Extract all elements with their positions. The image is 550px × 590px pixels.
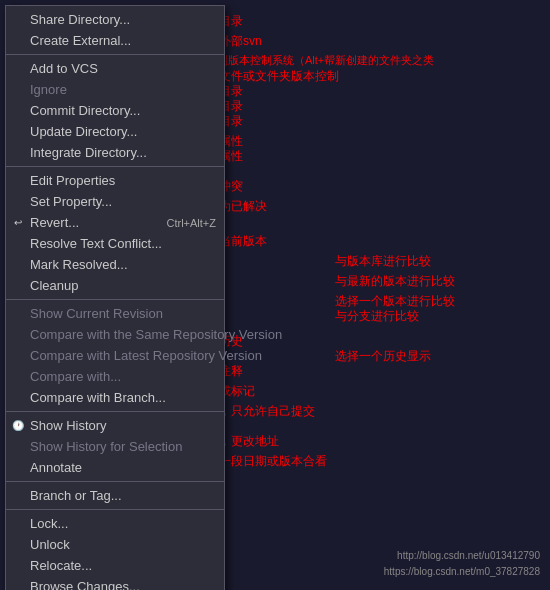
show-history-icon: 🕐 <box>11 420 25 431</box>
resolve-text-conflict-label: Resolve Text Conflict... <box>30 236 162 251</box>
annotate-label: Annotate <box>30 460 82 475</box>
show-history-selection-label: Show History for Selection <box>30 439 182 454</box>
menu-item-set-property[interactable]: Set Property... <box>6 191 224 212</box>
share-directory-label: Share Directory... <box>30 12 130 27</box>
menu-item-compare-latest: Compare with Latest Repository Version <box>6 345 224 366</box>
annotation-compare-latest: 与最新的版本进行比较 <box>335 273 455 290</box>
menu-item-annotate[interactable]: Annotate <box>6 457 224 478</box>
menu-item-add-to-vcs[interactable]: Add to VCS <box>6 58 224 79</box>
annotation-history-sel: 选择一个历史显示 <box>335 348 431 365</box>
menu-item-compare-with: Compare with... <box>6 366 224 387</box>
annotation-compare-with: 选择一个版本进行比较 <box>335 293 455 310</box>
menu-item-unlock[interactable]: Unlock <box>6 534 224 555</box>
context-menu: Share Directory... Create External... Ad… <box>5 5 225 590</box>
update-directory-label: Update Directory... <box>30 124 137 139</box>
menu-item-cleanup[interactable]: Cleanup <box>6 275 224 296</box>
branch-or-tag-label: Branch or Tag... <box>30 488 122 503</box>
separator-2 <box>6 166 224 167</box>
compare-same-repo-label: Compare with the Same Repository Version <box>30 327 282 342</box>
watermark-line2: https://blog.csdn.net/m0_37827828 <box>384 564 540 580</box>
menu-item-integrate-directory[interactable]: Integrate Directory... <box>6 142 224 163</box>
compare-with-branch-label: Compare with Branch... <box>30 390 166 405</box>
menu-item-show-history-selection: Show History for Selection <box>6 436 224 457</box>
menu-item-mark-resolved[interactable]: Mark Resolved... <box>6 254 224 275</box>
annotation-add-vcs: 添加到版本控制系统（Alt+帮新创建的文件夹之类 <box>195 53 434 68</box>
annotation-compare-same: 与版本库进行比较 <box>335 253 431 270</box>
edit-properties-label: Edit Properties <box>30 173 115 188</box>
menu-item-browse-changes[interactable]: Browse Changes... <box>6 576 224 590</box>
menu-item-relocate[interactable]: Relocate... <box>6 555 224 576</box>
lock-label: Lock... <box>30 516 68 531</box>
menu-item-compare-with-branch[interactable]: Compare with Branch... <box>6 387 224 408</box>
compare-with-label: Compare with... <box>30 369 121 384</box>
watermark: http://blog.csdn.net/u013412790 https://… <box>384 548 540 580</box>
cleanup-label: Cleanup <box>30 278 78 293</box>
separator-5 <box>6 481 224 482</box>
menu-item-show-history[interactable]: 🕐 Show History <box>6 415 224 436</box>
separator-3 <box>6 299 224 300</box>
menu-item-share-directory[interactable]: Share Directory... <box>6 9 224 30</box>
show-history-label: Show History <box>30 418 107 433</box>
menu-item-lock[interactable]: Lock... <box>6 513 224 534</box>
menu-item-ignore: Ignore <box>6 79 224 100</box>
set-property-label: Set Property... <box>30 194 112 209</box>
mark-resolved-label: Mark Resolved... <box>30 257 128 272</box>
menu-item-edit-properties[interactable]: Edit Properties <box>6 170 224 191</box>
menu-item-branch-or-tag[interactable]: Branch or Tag... <box>6 485 224 506</box>
menu-item-show-current-revision: Show Current Revision <box>6 303 224 324</box>
annotation-compare-branch: 与分支进行比较 <box>335 308 419 325</box>
menu-item-compare-same-repo: Compare with the Same Repository Version <box>6 324 224 345</box>
compare-latest-label: Compare with Latest Repository Version <box>30 348 262 363</box>
commit-directory-label: Commit Directory... <box>30 103 140 118</box>
create-external-label: Create External... <box>30 33 131 48</box>
menu-item-revert[interactable]: ↩ Revert... Ctrl+Alt+Z <box>6 212 224 233</box>
separator-1 <box>6 54 224 55</box>
integrate-directory-label: Integrate Directory... <box>30 145 147 160</box>
separator-6 <box>6 509 224 510</box>
menu-item-commit-directory[interactable]: Commit Directory... <box>6 100 224 121</box>
revert-shortcut: Ctrl+Alt+Z <box>166 217 216 229</box>
watermark-line1: http://blog.csdn.net/u013412790 <box>384 548 540 564</box>
revert-icon: ↩ <box>11 217 25 228</box>
show-current-revision-label: Show Current Revision <box>30 306 163 321</box>
menu-item-update-directory[interactable]: Update Directory... <box>6 121 224 142</box>
add-to-vcs-label: Add to VCS <box>30 61 98 76</box>
ignore-label: Ignore <box>30 82 67 97</box>
browse-changes-label: Browse Changes... <box>30 579 140 590</box>
separator-4 <box>6 411 224 412</box>
menu-item-resolve-text-conflict[interactable]: Resolve Text Conflict... <box>6 233 224 254</box>
unlock-label: Unlock <box>30 537 70 552</box>
menu-item-create-external[interactable]: Create External... <box>6 30 224 51</box>
revert-label: Revert... <box>30 215 79 230</box>
relocate-label: Relocate... <box>30 558 92 573</box>
